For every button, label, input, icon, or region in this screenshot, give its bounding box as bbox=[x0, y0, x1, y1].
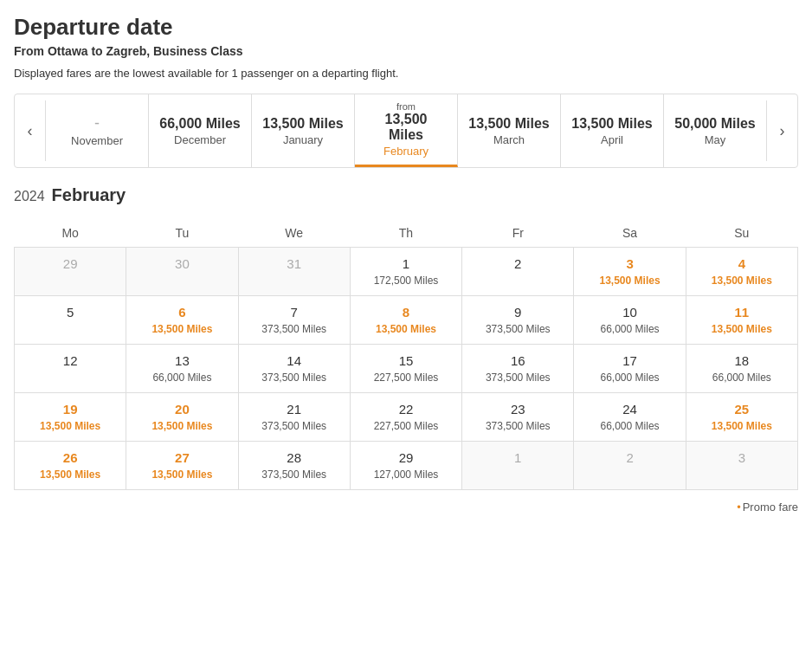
day-number: 8 bbox=[354, 305, 458, 320]
table-row[interactable]: 29127,000 Miles bbox=[350, 442, 461, 490]
table-row[interactable]: 14373,500 Miles bbox=[238, 345, 350, 393]
day-number: 29 bbox=[18, 256, 122, 271]
day-miles: 66,000 Miles bbox=[577, 323, 681, 335]
day-header-tu: Tu bbox=[126, 219, 238, 248]
table-row[interactable]: 1866,000 Miles bbox=[686, 345, 797, 393]
day-header-su: Su bbox=[686, 219, 797, 248]
day-header-we: We bbox=[238, 219, 350, 248]
day-number: 15 bbox=[354, 353, 458, 368]
table-row[interactable]: 1766,000 Miles bbox=[574, 345, 686, 393]
table-row[interactable]: 16373,500 Miles bbox=[462, 345, 574, 393]
day-number: 1 bbox=[466, 450, 570, 465]
miles-unit: Miles bbox=[389, 127, 423, 143]
day-header-sa: Sa bbox=[574, 219, 686, 248]
from-label: from bbox=[396, 101, 416, 112]
table-row[interactable]: 1913,500 Miles bbox=[15, 393, 126, 442]
table-row[interactable]: 613,500 Miles bbox=[126, 296, 238, 345]
day-miles: 373,500 Miles bbox=[466, 420, 570, 432]
promo-note-text: Promo fare bbox=[743, 501, 798, 514]
day-miles: 172,500 Miles bbox=[354, 275, 458, 287]
day-miles: 13,500 Miles bbox=[130, 468, 234, 481]
table-row: 2 bbox=[574, 442, 686, 490]
day-miles: 373,500 Miles bbox=[466, 323, 570, 335]
day-number: 19 bbox=[18, 402, 122, 417]
day-miles: 13,500 Miles bbox=[130, 323, 234, 335]
table-row[interactable]: 2013,500 Miles bbox=[126, 393, 238, 442]
day-number: 30 bbox=[130, 256, 234, 271]
prev-month-button[interactable]: ‹ bbox=[15, 100, 46, 161]
table-row: 1 bbox=[462, 442, 574, 490]
month-tabs: - November 66,000 Miles December 13,500 … bbox=[46, 94, 766, 167]
day-number: 11 bbox=[690, 305, 794, 320]
miles-main: 13,500 Miles bbox=[468, 116, 549, 132]
day-miles: 66,000 Miles bbox=[577, 371, 681, 384]
day-number: 28 bbox=[242, 450, 346, 465]
month-tab-may[interactable]: 50,000 Miles May bbox=[664, 94, 766, 167]
table-row[interactable]: 2513,500 Miles bbox=[686, 393, 797, 442]
table-row[interactable]: 2713,500 Miles bbox=[126, 442, 238, 490]
tab-month-name: May bbox=[705, 133, 726, 146]
day-miles: 13,500 Miles bbox=[690, 420, 794, 432]
table-row[interactable]: 22227,500 Miles bbox=[350, 393, 461, 442]
day-miles: 66,000 Miles bbox=[130, 371, 234, 384]
table-row[interactable]: 28373,500 Miles bbox=[238, 442, 350, 490]
subtitle: From Ottawa to Zagreb, Business Class bbox=[14, 44, 798, 58]
day-miles: 13,500 Miles bbox=[690, 275, 794, 287]
day-number: 3 bbox=[690, 450, 794, 465]
day-number: 23 bbox=[466, 402, 570, 417]
month-tab-february[interactable]: from 13,500 Miles February bbox=[355, 94, 458, 167]
day-miles: 227,500 Miles bbox=[354, 371, 458, 384]
day-number: 25 bbox=[690, 402, 794, 417]
day-number: 16 bbox=[466, 353, 570, 368]
table-row[interactable]: 7373,500 Miles bbox=[238, 296, 350, 345]
table-row[interactable]: 313,500 Miles bbox=[574, 248, 686, 296]
day-number: 17 bbox=[577, 353, 681, 368]
table-row[interactable]: 15227,500 Miles bbox=[350, 345, 461, 393]
day-miles: 66,000 Miles bbox=[690, 371, 794, 384]
promo-dot: • bbox=[737, 501, 741, 514]
table-row[interactable]: 2613,500 Miles bbox=[15, 442, 126, 490]
table-row[interactable]: 1366,000 Miles bbox=[126, 345, 238, 393]
month-tab-december[interactable]: 66,000 Miles December bbox=[149, 94, 252, 167]
table-row[interactable]: 1066,000 Miles bbox=[574, 296, 686, 345]
day-number: 1 bbox=[354, 256, 458, 271]
day-miles: 66,000 Miles bbox=[577, 420, 681, 432]
calendar-year: 2024 bbox=[14, 189, 45, 204]
day-number: 20 bbox=[130, 402, 234, 417]
description: Displayed fares are the lowest available… bbox=[14, 67, 798, 80]
table-row[interactable]: 1172,500 Miles bbox=[350, 248, 461, 296]
promo-note: •Promo fare bbox=[14, 501, 798, 514]
tab-month-name: January bbox=[283, 133, 323, 146]
miles-main: 50,000 Miles bbox=[674, 116, 755, 132]
day-number: 7 bbox=[242, 305, 346, 320]
day-number: 21 bbox=[242, 402, 346, 417]
table-row: 3 bbox=[686, 442, 797, 490]
month-tab-april[interactable]: 13,500 Miles April bbox=[561, 94, 664, 167]
table-row[interactable]: 2466,000 Miles bbox=[574, 393, 686, 442]
day-number: 27 bbox=[130, 450, 234, 465]
day-miles: 373,500 Miles bbox=[466, 371, 570, 384]
day-miles: 13,500 Miles bbox=[354, 323, 458, 335]
next-month-button[interactable]: › bbox=[766, 100, 797, 161]
table-row[interactable]: 413,500 Miles bbox=[686, 248, 797, 296]
day-miles: 227,500 Miles bbox=[354, 420, 458, 432]
table-row: 30 bbox=[126, 248, 238, 296]
miles-main: 66,000 Miles bbox=[159, 116, 240, 132]
table-row: 5 bbox=[15, 296, 126, 345]
table-row: 31 bbox=[238, 248, 350, 296]
table-row[interactable]: 1113,500 Miles bbox=[686, 296, 797, 345]
table-row[interactable]: 813,500 Miles bbox=[350, 296, 461, 345]
table-row[interactable]: 21373,500 Miles bbox=[238, 393, 350, 442]
table-row[interactable]: 9373,500 Miles bbox=[462, 296, 574, 345]
day-miles: 127,000 Miles bbox=[354, 468, 458, 481]
day-number: 2 bbox=[466, 256, 570, 271]
tab-dash: - bbox=[94, 114, 100, 132]
calendar-table: MoTuWeThFrSaSu 2930311172,500 Miles2313,… bbox=[14, 219, 798, 490]
day-miles: 373,500 Miles bbox=[242, 323, 346, 335]
table-row[interactable]: 23373,500 Miles bbox=[462, 393, 574, 442]
day-miles: 13,500 Miles bbox=[130, 420, 234, 432]
month-tab-january[interactable]: 13,500 Miles January bbox=[252, 94, 355, 167]
month-tab-march[interactable]: 13,500 Miles March bbox=[458, 94, 561, 167]
day-number: 22 bbox=[354, 402, 458, 417]
month-tab-november[interactable]: - November bbox=[46, 94, 149, 167]
